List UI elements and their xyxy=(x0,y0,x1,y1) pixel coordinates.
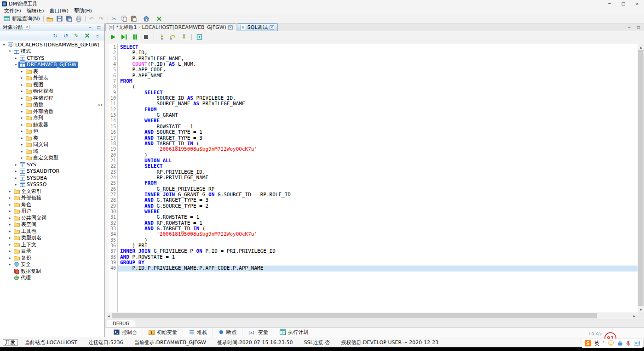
code-line[interactable]: FROM xyxy=(118,107,638,113)
cut-button[interactable]: ✂ xyxy=(109,15,119,23)
collapse-arrow-icon[interactable]: ▾ xyxy=(7,49,12,53)
tree-item[interactable]: ▸目录 xyxy=(0,248,104,255)
tree-item[interactable]: ▸同义词 xyxy=(0,142,104,148)
mic-button[interactable] xyxy=(626,340,631,346)
collapse-arrow-icon[interactable]: ▾ xyxy=(13,62,18,67)
switch-view-button[interactable] xyxy=(155,15,164,23)
scroll-left-button[interactable]: ◀ xyxy=(105,312,112,319)
pause-button[interactable] xyxy=(130,33,140,42)
expand-arrow-icon[interactable]: ▸ xyxy=(19,129,24,133)
tree-item[interactable]: ▸用户 xyxy=(0,208,104,215)
tree-item[interactable]: ▸CTISYS xyxy=(0,55,104,62)
debug-panel-button[interactable]: 初始变量 xyxy=(143,328,183,337)
code-line[interactable]: '200618195008uSbg9nM7I2WoyOOcK7u' xyxy=(118,147,638,152)
home-button[interactable] xyxy=(142,15,151,23)
print-button[interactable] xyxy=(74,15,84,23)
tree-item[interactable]: ▸触发器 xyxy=(0,121,104,128)
code-line[interactable]: ) xyxy=(118,238,638,243)
step-return-button[interactable] xyxy=(179,33,189,42)
menu-item[interactable]: 窗口(W) xyxy=(46,7,71,14)
collapse-all-button[interactable] xyxy=(83,32,91,40)
expand-arrow-icon[interactable]: ▸ xyxy=(7,262,12,266)
expand-arrow-icon[interactable]: ▸ xyxy=(7,196,12,200)
expand-arrow-icon[interactable]: ▸ xyxy=(19,96,24,100)
save-all-button[interactable] xyxy=(64,15,74,23)
expand-arrow-icon[interactable]: ▸ xyxy=(7,236,12,240)
edit-button[interactable]: ✎ xyxy=(72,32,80,40)
expand-arrow-icon[interactable]: ▸ xyxy=(19,76,24,80)
code-line[interactable]: ) xyxy=(118,153,638,158)
tree-item[interactable]: ▸序列 xyxy=(0,115,104,122)
scroll-down-button[interactable]: ▼ xyxy=(638,306,644,312)
tree-item[interactable]: ▸角色 xyxy=(0,201,104,208)
undo-button[interactable]: ↶ xyxy=(87,15,97,23)
tree-item[interactable]: ▸SYS xyxy=(0,161,104,168)
expand-arrow-icon[interactable]: ▸ xyxy=(13,169,18,173)
expand-arrow-icon[interactable]: ▸ xyxy=(13,176,18,180)
tree-item[interactable]: ▸自定义类型 xyxy=(0,155,104,162)
debug-panel-button[interactable]: 堆栈 xyxy=(183,328,213,337)
maximize-button[interactable]: □ xyxy=(616,0,630,7)
expand-arrow-icon[interactable]: ▸ xyxy=(19,116,24,120)
punct-button[interactable]: ' xyxy=(603,340,605,346)
tree-item[interactable]: ▸类 xyxy=(0,135,104,142)
expand-arrow-icon[interactable]: ▸ xyxy=(19,123,24,127)
tree-item[interactable]: ▸表 xyxy=(0,68,104,75)
tree-item[interactable]: ▾模式 xyxy=(0,48,104,55)
scroll-up-button[interactable]: ▲ xyxy=(638,44,644,50)
code-area[interactable]: SELECT P.ID, P.PRIVILEGE_NAME, COUNT(P.I… xyxy=(118,44,638,312)
editor-tab[interactable]: *无标题1 - LOCALHOST(DREAMWEB_GJFGW)× xyxy=(105,23,236,31)
expand-arrow-icon[interactable]: ▸ xyxy=(7,249,12,253)
debug-view-button[interactable] xyxy=(195,33,204,42)
expand-arrow-icon[interactable]: ▸ xyxy=(19,102,24,107)
horizontal-scroll-thumb[interactable] xyxy=(112,313,597,318)
expand-arrow-icon[interactable]: ▸ xyxy=(13,56,18,60)
tree-item[interactable]: ▸工具包 xyxy=(0,228,104,235)
tree-item[interactable]: ▸SYSDBA xyxy=(0,175,104,181)
debug-panel-button[interactable]: 执行计划 xyxy=(274,328,314,337)
expand-arrow-icon[interactable]: ▸ xyxy=(7,203,12,207)
code-line[interactable]: COUNT(P.ID) AS L_NUM, xyxy=(118,62,638,67)
navigator-close-icon[interactable]: × xyxy=(25,25,29,29)
tree-item[interactable]: ▸外部链接 xyxy=(0,195,104,202)
minimize-button[interactable]: ─ xyxy=(603,0,616,7)
resume-button[interactable] xyxy=(119,33,129,42)
expand-arrow-icon[interactable]: ▸ xyxy=(7,229,12,233)
code-line[interactable]: WHERE xyxy=(118,118,638,124)
code-line[interactable]: P.APP_NAME xyxy=(118,73,638,79)
tree-item[interactable]: ▸包 xyxy=(0,128,104,135)
tab-close-icon[interactable]: × xyxy=(270,25,274,30)
expand-arrow-icon[interactable]: ▸ xyxy=(19,142,24,147)
expand-arrow-icon[interactable]: ▸ xyxy=(13,163,18,167)
debug-tab[interactable]: DEBUG xyxy=(107,320,135,327)
code-line[interactable]: INNER JOIN G_PRIVILEGE P ON P.ID = PRI.P… xyxy=(118,249,638,254)
tree-item[interactable]: ▸公共同义词 xyxy=(0,215,104,221)
expand-arrow-icon[interactable]: ▸ xyxy=(7,209,12,213)
tree-item[interactable]: ▸视图 xyxy=(0,81,104,88)
tree-item[interactable]: ▸存储过程 xyxy=(0,95,104,102)
refresh-button[interactable]: ↻ xyxy=(51,32,59,40)
expand-arrow-icon[interactable]: ▸ xyxy=(19,156,24,160)
breakpoint-gutter[interactable] xyxy=(105,44,109,312)
expand-arrow-icon[interactable]: ▸ xyxy=(7,243,12,247)
code-line[interactable]: AND G.SOURCE_TYPE = 2 xyxy=(118,204,638,209)
code-line[interactable]: P.APP_CODE, xyxy=(118,67,638,73)
tree-item[interactable]: ▸表空间 xyxy=(0,221,104,228)
close-button[interactable]: × xyxy=(630,0,644,7)
tab-close-icon[interactable]: × xyxy=(228,25,233,30)
code-line[interactable]: P.ID,P.PRIVILEGE_NAME,P.APP_CODE,P.APP_N… xyxy=(118,266,638,271)
tree-item[interactable]: ▾DREAMWEB_GJFGW xyxy=(0,62,104,68)
expand-arrow-icon[interactable]: ▸ xyxy=(19,89,24,93)
expand-arrow-icon[interactable]: ▸ xyxy=(7,189,12,193)
navigator-minimize-button[interactable]: ─ xyxy=(86,24,94,30)
tree-item[interactable]: ▾LOCALHOST(DREAMWEB_GJFGW) xyxy=(0,41,104,48)
code-line[interactable]: RP.PRIVILEGE_NAME xyxy=(118,175,638,181)
navigator-tab[interactable]: 对象导航 × xyxy=(3,24,29,31)
keyboard-button[interactable] xyxy=(634,341,640,345)
vertical-scroll-thumb[interactable] xyxy=(638,50,644,306)
tree-item[interactable]: ▸外部表 xyxy=(0,75,104,82)
sogou-logo-icon[interactable]: S xyxy=(585,340,591,346)
tree-item[interactable]: ▸全文索引 xyxy=(0,188,104,195)
code-line[interactable]: ( xyxy=(118,84,638,90)
redo-button[interactable]: ↷ xyxy=(97,15,106,23)
